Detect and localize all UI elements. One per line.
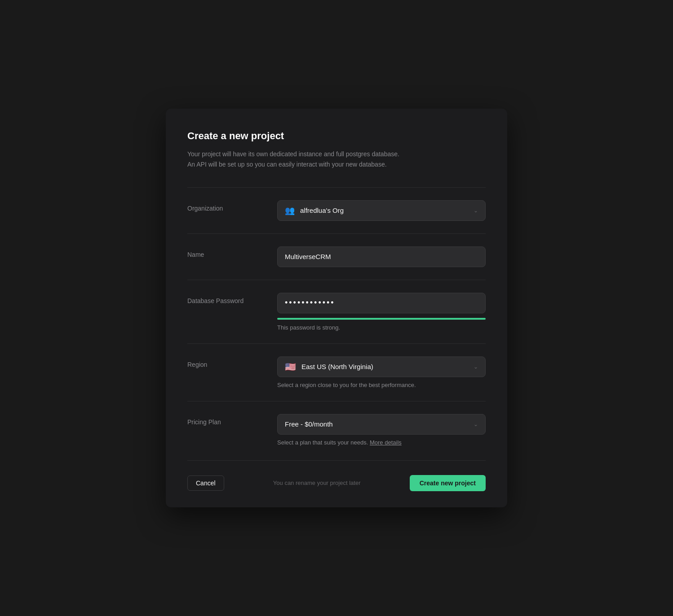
- dialog-description: Your project will have its own dedicated…: [187, 149, 486, 169]
- create-project-button[interactable]: Create new project: [410, 475, 486, 491]
- pricing-chevron-icon: ⌄: [474, 421, 478, 427]
- rename-hint-text: You can rename your project later: [273, 480, 361, 486]
- more-details-link[interactable]: More details: [370, 439, 402, 446]
- organization-label: Organization: [187, 200, 277, 212]
- region-chevron-icon: ⌄: [474, 364, 478, 370]
- organization-field-wrapper: 👥 alfredlua's Org ⌄: [277, 200, 486, 221]
- region-value: East US (North Virginia): [301, 363, 373, 370]
- region-hint-text: Select a region close to you for the bes…: [277, 382, 486, 388]
- create-project-dialog: Create a new project Your project will h…: [166, 109, 507, 507]
- dialog-footer: Cancel You can rename your project later…: [187, 460, 486, 491]
- cancel-button[interactable]: Cancel: [187, 475, 224, 491]
- pricing-field-wrapper: Free - $0/month ⌄ Select a plan that sui…: [277, 414, 486, 446]
- password-input[interactable]: [277, 293, 486, 313]
- pricing-label: Pricing Plan: [187, 414, 277, 426]
- pricing-select[interactable]: Free - $0/month ⌄: [277, 414, 486, 435]
- password-strength-bar: [277, 318, 486, 320]
- organization-section: Organization 👥 alfredlua's Org ⌄: [187, 187, 486, 233]
- organization-select[interactable]: 👥 alfredlua's Org ⌄: [277, 200, 486, 221]
- name-section: Name: [187, 233, 486, 280]
- pricing-section: Pricing Plan Free - $0/month ⌄ Select a …: [187, 401, 486, 458]
- organization-chevron-icon: ⌄: [474, 207, 478, 214]
- dialog-title: Create a new project: [187, 130, 486, 142]
- region-select[interactable]: 🇺🇸 East US (North Virginia) ⌄: [277, 356, 486, 377]
- pricing-hint: Select a plan that suits your needs. Mor…: [277, 439, 486, 446]
- region-flag-icon: 🇺🇸: [285, 361, 296, 372]
- password-strength-text: This password is strong.: [277, 324, 486, 331]
- password-field-wrapper: This password is strong.: [277, 293, 486, 331]
- region-field-wrapper: 🇺🇸 East US (North Virginia) ⌄ Select a r…: [277, 356, 486, 388]
- region-label: Region: [187, 356, 277, 368]
- pricing-value: Free - $0/month: [285, 420, 333, 428]
- name-input[interactable]: [277, 246, 486, 267]
- org-icon: 👥: [285, 206, 295, 216]
- password-label: Database Password: [187, 293, 277, 304]
- region-section: Region 🇺🇸 East US (North Virginia) ⌄ Sel…: [187, 343, 486, 401]
- name-field-wrapper: [277, 246, 486, 267]
- organization-value: alfredlua's Org: [300, 207, 344, 214]
- name-label: Name: [187, 246, 277, 258]
- password-section: Database Password This password is stron…: [187, 280, 486, 343]
